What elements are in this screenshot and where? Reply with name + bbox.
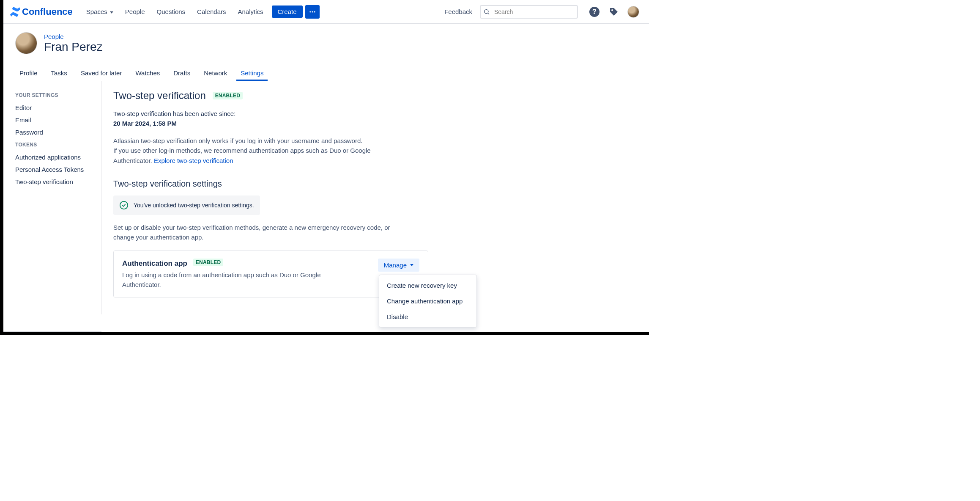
notifications-button[interactable] (607, 5, 621, 19)
unlock-message: You've unlocked two-step verification se… (134, 202, 254, 209)
svg-point-2 (314, 11, 315, 12)
status-badge-enabled: ENABLED (213, 92, 243, 99)
svg-line-4 (488, 13, 489, 14)
sidebar-item-email[interactable]: Email (15, 114, 101, 126)
sidebar-bottom-divider (3, 331, 101, 332)
active-since-value: 20 Mar 2024, 1:58 PM (113, 120, 177, 127)
sidebar-item-two-step[interactable]: Two-step verification (15, 176, 101, 188)
manage-button[interactable]: Manage (378, 259, 419, 272)
menu-change-auth-app[interactable]: Change authentication app (379, 293, 476, 309)
active-since-label: Two-step verification has been active si… (113, 110, 235, 117)
auth-app-desc: Log in using a code from an authenticati… (122, 270, 342, 289)
ellipsis-icon (309, 8, 316, 16)
tab-profile[interactable]: Profile (15, 66, 42, 81)
desc-line-1: Atlassian two-step verification only wor… (113, 137, 362, 144)
desc-line-2: If you use other log-in methods, we reco… (113, 147, 371, 164)
svg-point-5 (611, 9, 613, 11)
sidebar-heading-your-settings: YOUR SETTINGS (15, 92, 101, 98)
unlock-panel: You've unlocked two-step verification se… (113, 195, 260, 215)
more-actions-button[interactable] (305, 5, 320, 19)
manage-dropdown: Create new recovery key Change authentic… (379, 275, 477, 328)
profile-avatar (15, 32, 37, 54)
avatar-icon (627, 6, 639, 18)
search-icon (483, 8, 490, 15)
auth-app-card: Authentication app ENABLED Log in using … (113, 250, 428, 297)
search-box[interactable] (480, 5, 578, 19)
brand-logo[interactable]: Confluence (10, 6, 73, 17)
nav-calendars[interactable]: Calendars (192, 6, 231, 18)
sidebar-item-password[interactable]: Password (15, 126, 101, 138)
settings-content: Two-step verification ENABLED Two-step v… (101, 81, 533, 314)
menu-disable[interactable]: Disable (379, 309, 476, 325)
page-title: Fran Perez (44, 40, 103, 54)
sidebar-item-authorized-apps[interactable]: Authorized applications (15, 151, 101, 163)
nav-analytics[interactable]: Analytics (233, 6, 268, 18)
explore-link[interactable]: Explore two-step verification (154, 157, 233, 164)
create-button[interactable]: Create (272, 6, 303, 18)
search-input[interactable] (480, 5, 578, 19)
two-step-title: Two-step verification (113, 90, 206, 102)
menu-create-recovery-key[interactable]: Create new recovery key (379, 278, 476, 293)
tag-icon (609, 7, 619, 17)
tab-settings[interactable]: Settings (236, 66, 268, 81)
svg-point-1 (312, 11, 313, 12)
sidebar-heading-tokens: TOKENS (15, 142, 101, 148)
manage-label: Manage (384, 262, 407, 269)
check-circle-icon (119, 201, 129, 210)
nav-people[interactable]: People (120, 6, 150, 18)
page-header: People Fran Perez (3, 24, 649, 58)
settings-description: Set up or disable your two-step verifica… (113, 223, 401, 242)
nav-spaces[interactable]: Spaces (81, 6, 118, 18)
confluence-icon (10, 7, 20, 17)
sidebar-item-editor[interactable]: Editor (15, 102, 101, 114)
tab-drafts[interactable]: Drafts (169, 66, 194, 81)
tab-watches[interactable]: Watches (131, 66, 164, 81)
settings-subtitle: Two-step verification settings (113, 179, 533, 189)
help-button[interactable]: ? (587, 5, 602, 19)
svg-point-3 (485, 9, 488, 13)
nav-feedback[interactable]: Feedback (444, 8, 472, 15)
svg-point-0 (309, 11, 311, 12)
auth-app-badge: ENABLED (193, 259, 223, 266)
user-menu[interactable] (626, 5, 641, 19)
breadcrumb-people[interactable]: People (44, 33, 64, 40)
auth-app-title: Authentication app (122, 259, 187, 268)
settings-sidebar: YOUR SETTINGS Editor Email Password TOKE… (3, 81, 101, 314)
svg-point-6 (120, 201, 128, 209)
sidebar-item-pat[interactable]: Personal Access Tokens (15, 163, 101, 176)
tab-saved-for-later[interactable]: Saved for later (77, 66, 126, 81)
profile-tabs: Profile Tasks Saved for later Watches Dr… (3, 58, 649, 81)
tab-tasks[interactable]: Tasks (47, 66, 71, 81)
help-icon: ? (589, 7, 599, 17)
tab-network[interactable]: Network (200, 66, 231, 81)
top-nav: Confluence Spaces People Questions Calen… (3, 0, 649, 24)
brand-name: Confluence (22, 6, 73, 17)
nav-questions[interactable]: Questions (152, 6, 191, 18)
